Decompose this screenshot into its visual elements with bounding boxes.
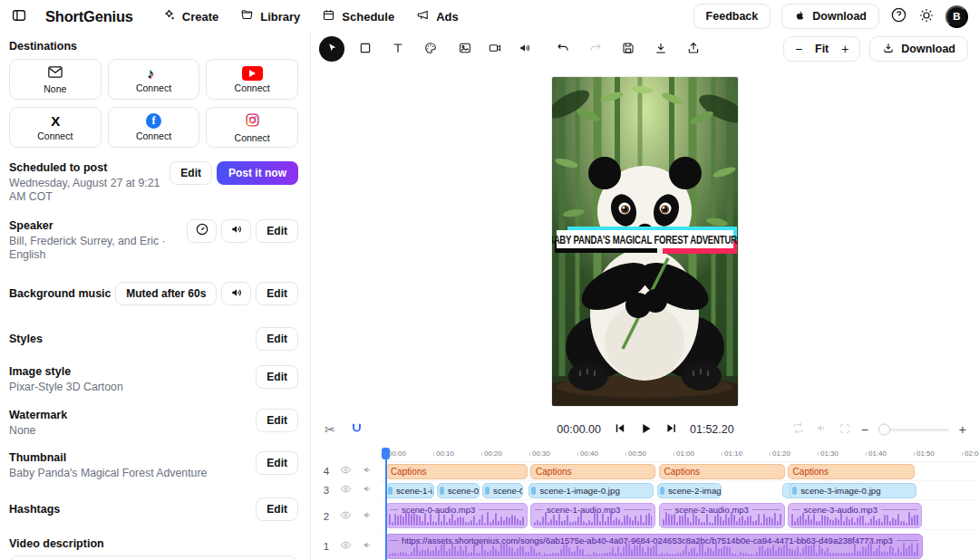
captions-clip[interactable]: Captions: [788, 464, 916, 479]
fullscreen-button[interactable]: [838, 422, 851, 438]
video-tool-button[interactable]: [483, 37, 507, 61]
audio-tool-button[interactable]: [513, 37, 537, 61]
music-edit-button[interactable]: Edit: [256, 282, 298, 305]
timeline-ruler[interactable]: 00:0000:1000:2000:3000:4000:5001:0001:10…: [380, 448, 977, 462]
loop-button[interactable]: [791, 421, 805, 438]
magnet-icon: [350, 421, 363, 438]
undo-button[interactable]: [551, 37, 575, 61]
image-clip[interactable]: scene-3-image-0.jpg: [790, 483, 916, 498]
video-preview[interactable]: BABY PANDA'S MAGICAL FOREST ADVENTURE: [552, 77, 738, 406]
track-4-visibility-button[interactable]: [340, 464, 352, 478]
captions-clip[interactable]: Captions: [385, 464, 528, 479]
nav-schedule[interactable]: Schedule: [322, 8, 394, 24]
skip-forward-button[interactable]: [664, 421, 678, 438]
speaker-preview-button[interactable]: [221, 219, 251, 243]
destination-facebook[interactable]: f Connect: [108, 107, 200, 148]
hashtags-edit-button[interactable]: Edit: [256, 497, 298, 521]
captions-clip[interactable]: Captions: [530, 464, 655, 479]
snap-toggle-button[interactable]: [350, 421, 363, 438]
video-download-button[interactable]: Download: [869, 36, 968, 62]
zoom-fit-button[interactable]: Fit: [809, 43, 834, 55]
share-upload-button[interactable]: [682, 37, 705, 61]
styles-edit-button[interactable]: Edit: [256, 327, 298, 351]
youtube-icon: [242, 66, 263, 81]
skip-back-button[interactable]: [613, 421, 626, 438]
image-clip[interactable]: scene-2-imag...: [657, 483, 722, 498]
redo-button[interactable]: [584, 37, 607, 61]
image-clip[interactable]: scene-1-image-0.jpg: [528, 483, 654, 498]
export-download-button[interactable]: [649, 37, 673, 61]
music-clip[interactable]: https://assets.shortgenius.com/songs/6ab…: [385, 534, 923, 559]
mute-button[interactable]: [815, 421, 829, 438]
download-icon: [654, 41, 668, 58]
play-button[interactable]: [638, 421, 653, 439]
track-4-mute-button[interactable]: [362, 464, 373, 478]
help-button[interactable]: [890, 6, 907, 26]
avatar[interactable]: B: [945, 5, 968, 28]
image-clip[interactable]: scene-1-i...: [385, 483, 434, 498]
skip-back-icon: [613, 421, 626, 438]
video-description-input[interactable]: Follow an adorable baby panda on an unfo…: [9, 555, 298, 560]
cut-tool-button[interactable]: ✂: [325, 422, 335, 437]
timeline-zoom-slider[interactable]: [878, 429, 949, 431]
track-1-mute-button[interactable]: [362, 539, 373, 554]
track-2-mute-button[interactable]: [362, 509, 373, 524]
audio-clip[interactable]: scene-1-audio.mp3: [530, 503, 655, 528]
image-clip[interactable]: scene-0-...: [437, 483, 480, 498]
audio-clip[interactable]: scene-2-audio.mp3: [659, 503, 785, 528]
zoom-out-button[interactable]: −: [788, 42, 809, 56]
destination-x[interactable]: X Connect: [9, 107, 102, 148]
scheduled-edit-button[interactable]: Edit: [170, 161, 212, 185]
music-preview-button[interactable]: [221, 282, 251, 305]
loop-icon: [791, 421, 805, 438]
theme-toggle-button[interactable]: [918, 7, 935, 26]
tiktok-icon: ♪♪♪: [147, 65, 160, 81]
nav-library[interactable]: Library: [240, 8, 300, 24]
track-3-visibility-button[interactable]: [340, 483, 352, 497]
save-button[interactable]: [616, 37, 640, 61]
post-it-now-button[interactable]: Post it now: [217, 161, 298, 185]
zoom-in-button[interactable]: +: [834, 42, 856, 56]
track-volume-icon: [362, 539, 373, 554]
facebook-icon: f: [146, 113, 161, 129]
image-style-row: Image style Pixar-Style 3D Cartoon Edit: [9, 365, 298, 394]
text-tool-button[interactable]: [386, 37, 410, 61]
destination-email[interactable]: None: [9, 59, 102, 100]
timeline-zoom-out-button[interactable]: −: [861, 422, 868, 437]
watermark-edit-button[interactable]: Edit: [256, 409, 298, 432]
slider-knob[interactable]: [878, 424, 890, 436]
destination-youtube[interactable]: Connect: [206, 59, 298, 100]
select-tool-button[interactable]: [319, 36, 344, 62]
feedback-button[interactable]: Feedback: [693, 4, 771, 29]
thumbnail-edit-button[interactable]: Edit: [256, 451, 298, 475]
speech-speed-button[interactable]: [187, 219, 217, 243]
lane-images: scene-1-i...scene-0-...scene-0...scene-1…: [380, 482, 977, 500]
music-muted-button[interactable]: Muted after 60s: [115, 282, 217, 305]
destination-instagram[interactable]: Connect: [206, 107, 298, 148]
video-title-banner[interactable]: BABY PANDA'S MAGICAL FOREST ADVENTURE: [557, 230, 733, 248]
speaker-edit-button[interactable]: Edit: [256, 219, 298, 243]
timeline-zoom-in-button[interactable]: +: [959, 422, 966, 437]
speaker-volume-icon: [229, 222, 244, 239]
destination-tiktok[interactable]: ♪♪♪ Connect: [108, 59, 200, 100]
app-download-button[interactable]: Download: [781, 4, 879, 29]
sidebar-toggle-button[interactable]: [11, 7, 27, 26]
shape-tool-button[interactable]: [354, 37, 377, 61]
ruler-tick: 01:10: [722, 449, 742, 458]
track-3-mute-button[interactable]: [362, 483, 373, 497]
captions-clip[interactable]: Captions: [659, 464, 785, 479]
image-clip[interactable]: scene-0...: [482, 483, 523, 498]
nav-ads[interactable]: Ads: [416, 8, 459, 24]
ruler-tick: 00:10: [433, 449, 454, 458]
image-tool-button[interactable]: [453, 37, 477, 61]
nav-create[interactable]: Create: [162, 8, 218, 24]
track-2-visibility-button[interactable]: [340, 509, 352, 524]
audio-clip[interactable]: scene-3-audio.mp3: [788, 503, 922, 528]
style-tool-button[interactable]: [419, 37, 442, 61]
track-1-visibility-button[interactable]: [340, 539, 352, 554]
image-style-edit-button[interactable]: Edit: [256, 365, 298, 389]
audio-clip[interactable]: scene-0-audio.mp3: [385, 503, 528, 528]
ruler-tick: 00:00: [385, 449, 406, 458]
help-icon: [890, 6, 907, 26]
track-header-4: 4: [323, 463, 373, 479]
